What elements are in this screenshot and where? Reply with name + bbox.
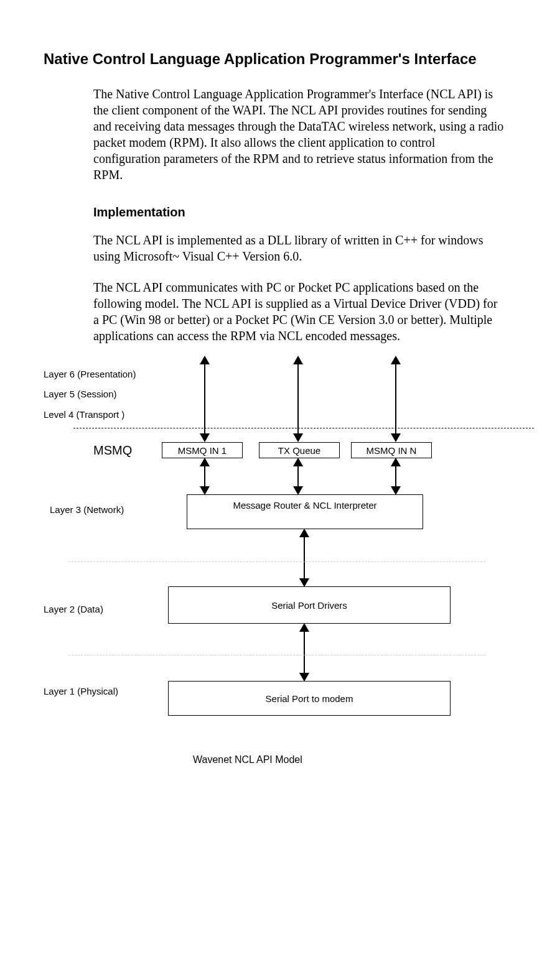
- layer6-label: Layer 6 (Presentation): [44, 369, 136, 379]
- box-serial-drivers: Serial Port Drivers: [168, 586, 451, 624]
- ncl-api-diagram: Layer 6 (Presentation) Layer 5 (Session)…: [44, 369, 516, 816]
- box-msmq-in-1: MSMQ IN 1: [162, 442, 243, 458]
- layer4-label: Level 4 (Transport ): [44, 409, 124, 420]
- diagram-caption: Wavenet NCL API Model: [193, 754, 302, 765]
- arrow-serial-drivers-port: [304, 625, 305, 680]
- arrow-tx-router: [297, 460, 299, 493]
- box-tx-queue: TX Queue: [259, 442, 340, 458]
- msmq-label: MSMQ: [93, 443, 132, 458]
- layer2-label: Layer 2 (Data): [44, 604, 103, 614]
- paragraph-impl-1: The NCL API is implemented as a DLL libr…: [93, 232, 505, 264]
- layer5-label: Layer 5 (Session): [44, 389, 117, 399]
- box-msmq-in-n: MSMQ IN N: [351, 442, 432, 458]
- lightdash-data-physical: [68, 655, 485, 655]
- lightdash-network-data: [68, 562, 485, 562]
- arrow-q1-router: [204, 460, 205, 493]
- arrow-router-serial-drivers: [304, 530, 305, 585]
- section-title: Native Control Language Application Prog…: [44, 50, 505, 68]
- box-router: Message Router & NCL Interpreter: [187, 494, 423, 529]
- box-serial-port: Serial Port to modem: [168, 681, 451, 716]
- sub-heading-implementation: Implementation: [93, 205, 505, 220]
- layer1-label: Layer 1 (Physical): [44, 686, 118, 696]
- dash-transport: [73, 428, 534, 428]
- paragraph-intro: The Native Control Language Application …: [93, 86, 505, 183]
- arrow-qn-router: [395, 460, 396, 493]
- paragraph-impl-2: The NCL API communicates with PC or Pock…: [93, 279, 505, 344]
- layer3-label: Layer 3 (Network): [50, 504, 124, 515]
